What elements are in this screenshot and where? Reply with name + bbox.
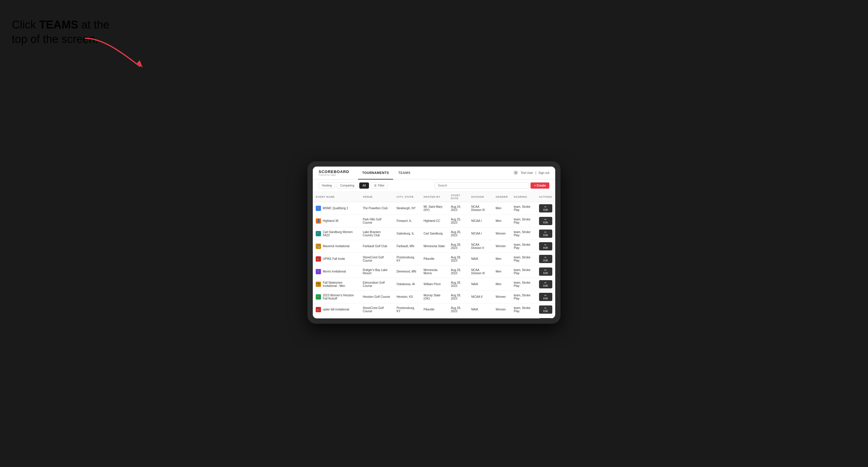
cell-venue: Park Hills Golf Course	[360, 215, 394, 227]
edit-button[interactable]: ✏ Edit	[539, 242, 552, 250]
cell-start-date: Aug 28, 2023	[448, 303, 468, 316]
logo-text: SCOREBOARD	[319, 169, 349, 174]
cell-start-date: Aug 24, 2023	[448, 202, 468, 215]
table-header: EVENT NAME VENUE CITY, STATE HOSTED BY S…	[313, 192, 555, 202]
cell-event-name: 🏌 Carl Sandburg Women FA23	[313, 227, 360, 240]
cell-city-state: Galesburg, IL	[394, 227, 421, 240]
competing-button[interactable]: Competing	[337, 182, 358, 189]
filter-button[interactable]: ☰ Filter	[371, 182, 388, 189]
edit-button[interactable]: ✏ Edit	[539, 204, 552, 213]
cell-start-date: Aug 28, 2023	[448, 240, 468, 252]
event-icon: 🏌	[316, 231, 321, 236]
cell-division: NAIA	[468, 278, 493, 290]
cell-venue: The Powelton Club	[360, 202, 394, 215]
edit-button[interactable]: ✏ Edit	[539, 255, 552, 263]
cell-hosted-by: Pikeville	[421, 252, 448, 265]
edit-button[interactable]: ✏ Edit	[539, 293, 552, 301]
tab-teams[interactable]: TEAMS	[394, 166, 414, 180]
cell-scoring: team, Stroke Play	[511, 265, 536, 278]
cell-city-state: Deerwood, MN	[394, 265, 421, 278]
logo-sub: Powered by Clippit	[319, 174, 349, 176]
event-icon: 🐄	[316, 244, 321, 249]
tab-tournaments[interactable]: TOURNAMENTS	[358, 166, 393, 180]
cell-start-date: Aug 25, 2023	[448, 215, 468, 227]
cell-gender: Men	[493, 215, 511, 227]
table-row: 🐄 Maverick Invitational Faribault Golf C…	[313, 240, 555, 252]
hosting-button[interactable]: Hosting	[319, 182, 335, 189]
cell-hosted-by: William Penn	[421, 316, 448, 318]
cell-venue: Lake Bracken Country Club	[360, 227, 394, 240]
cell-gender: Men	[493, 252, 511, 265]
cell-scoring: team, Stroke Play	[511, 290, 536, 303]
cell-start-date: Aug 28, 2023	[448, 316, 468, 318]
create-button[interactable]: + Create	[530, 182, 549, 189]
event-icon: 👤	[316, 218, 321, 224]
cell-actions: ✏ Edit	[536, 227, 555, 240]
cell-hosted-by: William Penn	[421, 278, 448, 290]
cell-city-state: Freeport, IL	[394, 215, 421, 227]
event-name-text: UPIKE Fall Invite	[323, 257, 345, 260]
edit-button[interactable]: ✏ Edit	[539, 318, 552, 318]
event-name-text: Highland 36	[323, 219, 338, 222]
cell-city-state: Oskaloosa, IA	[394, 278, 421, 290]
cell-scoring: team, Stroke Play	[511, 316, 536, 318]
cell-event-name: 🏌 MSMC Qualifying 1	[313, 202, 360, 215]
event-icon: 🦅	[316, 282, 321, 287]
cell-division: NICAA II	[468, 290, 493, 303]
event-name-text: Maverick Invitational	[323, 245, 349, 248]
instruction-bold: TEAMS	[39, 19, 78, 31]
cell-division: NCAA Division III	[468, 202, 493, 215]
table-row: 🦅 Fall Statesmen Invitational - Women Ed…	[313, 316, 555, 318]
edit-button[interactable]: ✏ Edit	[539, 217, 552, 225]
cell-division: NAIA	[468, 316, 493, 318]
cell-scoring: team, Stroke Play	[511, 303, 536, 316]
cell-division: NAIA	[468, 303, 493, 316]
event-icon: 🏌	[316, 294, 321, 300]
table-row: 🏌 MSMC Qualifying 1 The Powelton Club Ne…	[313, 202, 555, 215]
cell-scoring: team, Stroke Play	[511, 278, 536, 290]
edit-button[interactable]: ✏ Edit	[539, 306, 552, 314]
col-hosted-by: HOSTED BY	[421, 192, 448, 202]
header-row: EVENT NAME VENUE CITY, STATE HOSTED BY S…	[313, 192, 555, 202]
table-row: 🦅 Fall Statesmen Invitational - Men Edmu…	[313, 278, 555, 290]
cell-venue: Hesston Golf Course	[360, 290, 394, 303]
cell-gender: Men	[493, 202, 511, 215]
cell-gender: Women	[493, 227, 511, 240]
table-row: 👤 Highland 36 Park Hills Golf Course Fre…	[313, 215, 555, 227]
cell-actions: ✏ Edit	[536, 290, 555, 303]
col-city-state: CITY, STATE	[394, 192, 421, 202]
table-container: EVENT NAME VENUE CITY, STATE HOSTED BY S…	[313, 192, 555, 318]
col-scoring: SCORING	[511, 192, 536, 202]
event-name-text: Carl Sandburg Women FA23	[323, 230, 357, 237]
cell-hosted-by: Pikeville	[421, 303, 448, 316]
cell-division: NCAA Division II	[468, 240, 493, 252]
table-row: 🦅 UPIKE Fall Invite StoneCrest Golf Cour…	[313, 252, 555, 265]
cell-city-state: Hesston, KS	[394, 290, 421, 303]
cell-hosted-by: Highland CC	[421, 215, 448, 227]
cell-city-state: Oskaloosa, IA	[394, 316, 421, 318]
user-name: Test User	[521, 171, 533, 175]
cell-city-state: Faribault, MN	[394, 240, 421, 252]
cell-event-name: 🦅 Fall Statesmen Invitational - Women	[313, 316, 360, 318]
edit-button[interactable]: ✏ Edit	[539, 229, 552, 238]
signout-link[interactable]: Sign out	[538, 171, 549, 175]
col-start-date: START DATE	[448, 192, 468, 202]
cell-venue: Edmundson Golf Course	[360, 316, 394, 318]
search-box	[435, 182, 529, 189]
edit-button[interactable]: ✏ Edit	[539, 280, 552, 288]
tablet-frame: SCOREBOARD Powered by Clippit TOURNAMENT…	[308, 161, 560, 324]
cell-event-name: 🦅 UPIKE Fall Invite	[313, 252, 360, 265]
event-name-text: Fall Statesmen Invitational - Men	[323, 281, 357, 287]
cell-start-date: Aug 26, 2023	[448, 227, 468, 240]
filter-label: Filter	[378, 184, 384, 187]
edit-button[interactable]: ✏ Edit	[539, 268, 552, 276]
cell-hosted-by: Minnesota State	[421, 240, 448, 252]
table-body: 🏌 MSMC Qualifying 1 The Powelton Club Ne…	[313, 202, 555, 318]
all-button[interactable]: All	[359, 182, 369, 189]
search-input[interactable]	[435, 182, 529, 189]
tablet-screen: SCOREBOARD Powered by Clippit TOURNAMENT…	[313, 166, 555, 318]
cell-hosted-by: Minnesota-Morris	[421, 265, 448, 278]
svg-marker-0	[137, 60, 143, 68]
settings-icon[interactable]: ⚙	[514, 170, 518, 175]
cell-venue: StoneCrest Golf Course	[360, 303, 394, 316]
